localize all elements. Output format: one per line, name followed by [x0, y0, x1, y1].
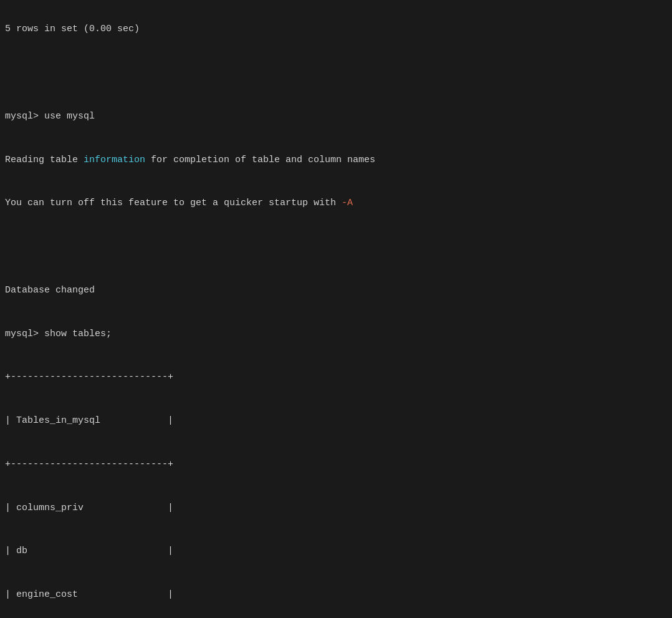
line-use-mysql: mysql> use mysql	[5, 111, 95, 122]
line-db: | db |	[5, 546, 173, 556]
line-turn-off: You can turn off this feature to get a q…	[5, 198, 353, 208]
line-db-changed: Database changed	[5, 285, 95, 296]
line-border-top: +----------------------------+	[5, 372, 173, 382]
line-show-tables: mysql> show tables;	[5, 329, 112, 339]
line-columns-priv: | columns_priv |	[5, 503, 173, 513]
line-rows-result: 5 rows in set (0.00 sec)	[5, 24, 140, 34]
line-border-sep: +----------------------------+	[5, 459, 173, 470]
line-reading-table: Reading table information for completion…	[5, 155, 375, 165]
line-engine-cost: | engine_cost |	[5, 589, 173, 600]
flag-a-highlight: -A	[342, 198, 353, 208]
line-header: | Tables_in_mysql |	[5, 415, 173, 426]
terminal-output: 5 rows in set (0.00 sec) mysql> use mysq…	[5, 7, 667, 618]
information-highlight: information	[84, 155, 145, 165]
